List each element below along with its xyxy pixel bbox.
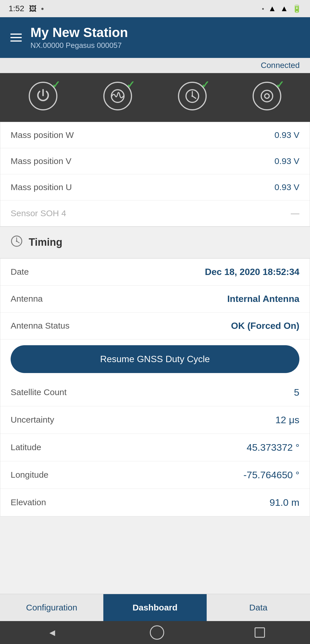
antenna-label: Antenna bbox=[11, 294, 43, 304]
android-home-button[interactable] bbox=[150, 625, 164, 640]
latitude-value: 45.373372 ° bbox=[247, 442, 299, 453]
dot-small: ● bbox=[262, 6, 264, 11]
connection-status-text: Connected bbox=[261, 61, 300, 70]
mass-position-u-label: Mass position U bbox=[11, 182, 72, 192]
elevation-row: Elevation 91.0 m bbox=[0, 489, 310, 516]
mass-position-v-row: Mass position V 0.93 V bbox=[0, 148, 310, 174]
svg-point-0 bbox=[111, 90, 124, 102]
date-label: Date bbox=[11, 267, 29, 277]
waveform-status-item: ✓ bbox=[103, 82, 132, 110]
nav-configuration[interactable]: Configuration bbox=[0, 594, 103, 621]
clock-status-item: ✓ bbox=[178, 82, 207, 110]
sensor-soh4-value: — bbox=[291, 208, 299, 218]
uncertainty-label: Uncertainty bbox=[11, 415, 54, 425]
bottom-spacer bbox=[0, 516, 310, 574]
waveform-icon-circle bbox=[103, 82, 132, 110]
mass-position-w-label: Mass position W bbox=[11, 130, 74, 140]
android-back-button[interactable] bbox=[45, 625, 59, 640]
uncertainty-row: Uncertainty 12 μs bbox=[0, 406, 310, 434]
longitude-label: Longitude bbox=[11, 470, 49, 480]
elevation-value: 91.0 m bbox=[270, 497, 299, 508]
station-subtitle: NX.00000 Pegasus 000057 bbox=[30, 41, 128, 50]
satellite-count-row: Satellite Count 5 bbox=[0, 379, 310, 406]
mass-position-u-value: 0.93 V bbox=[274, 182, 299, 192]
header-titles: My New Station NX.00000 Pegasus 000057 bbox=[30, 25, 128, 50]
gnss-status-item: ✓ bbox=[253, 82, 281, 110]
nav-data[interactable]: Data bbox=[207, 594, 310, 621]
mass-position-u-row: Mass position U 0.93 V bbox=[0, 174, 310, 200]
wifi-icon: ▲ bbox=[268, 4, 276, 13]
elevation-label: Elevation bbox=[11, 497, 46, 507]
svg-point-4 bbox=[191, 95, 193, 97]
app-header: My New Station NX.00000 Pegasus 000057 bbox=[0, 17, 310, 58]
time-display: 1:52 bbox=[9, 4, 24, 13]
uncertainty-value: 12 μs bbox=[275, 414, 299, 426]
sensor-soh4-label: Sensor SOH 4 bbox=[11, 208, 66, 218]
signal-icon: ▲ bbox=[280, 4, 288, 13]
antenna-status-label: Antenna Status bbox=[11, 321, 69, 331]
mass-position-w-value: 0.93 V bbox=[274, 130, 299, 140]
nav-dashboard[interactable]: Dashboard bbox=[103, 594, 207, 621]
status-time: 1:52 🖼 ● bbox=[9, 4, 44, 13]
bottom-nav: Configuration Dashboard Data bbox=[0, 594, 310, 621]
sensor-data-section: Mass position W 0.93 V Mass position V 0… bbox=[0, 122, 310, 227]
power-icon-circle bbox=[29, 82, 57, 110]
station-title: My New Station bbox=[30, 25, 128, 40]
date-row: Date Dec 18, 2020 18:52:34 bbox=[0, 259, 310, 286]
svg-point-10 bbox=[16, 240, 18, 242]
battery-icon: 🔋 bbox=[292, 4, 301, 13]
svg-point-5 bbox=[261, 90, 273, 102]
menu-button[interactable] bbox=[10, 34, 22, 42]
antenna-row: Antenna Internal Antenna bbox=[0, 286, 310, 313]
antenna-value: Internal Antenna bbox=[227, 294, 299, 304]
mass-position-v-label: Mass position V bbox=[11, 156, 71, 166]
android-nav-bar bbox=[0, 621, 310, 644]
satellite-count-label: Satellite Count bbox=[11, 387, 67, 397]
timing-section-title: Timing bbox=[29, 236, 62, 248]
svg-point-6 bbox=[265, 94, 269, 98]
mass-position-w-row: Mass position W 0.93 V bbox=[0, 122, 310, 148]
mass-position-v-value: 0.93 V bbox=[274, 156, 299, 166]
status-bar: 1:52 🖼 ● ● ▲ ▲ 🔋 bbox=[0, 0, 310, 17]
photo-icon: 🖼 bbox=[29, 4, 36, 13]
antenna-status-value: OK (Forced On) bbox=[231, 321, 299, 331]
icon-status-row: ✓ ✓ ✓ ✓ bbox=[0, 73, 310, 122]
resume-gnss-button[interactable]: Resume GNSS Duty Cycle bbox=[11, 345, 299, 373]
status-icons: ● ▲ ▲ 🔋 bbox=[262, 4, 301, 13]
timing-data-section: Date Dec 18, 2020 18:52:34 Antenna Inter… bbox=[0, 258, 310, 516]
clock-icon-circle bbox=[178, 82, 207, 110]
longitude-value: -75.764650 ° bbox=[243, 469, 299, 481]
latitude-row: Latitude 45.373372 ° bbox=[0, 434, 310, 461]
satellite-count-value: 5 bbox=[294, 387, 299, 398]
connection-status-bar: Connected bbox=[0, 58, 310, 73]
date-value: Dec 18, 2020 18:52:34 bbox=[205, 267, 299, 277]
timing-section-header: Timing bbox=[0, 227, 310, 258]
sensor-soh4-row: Sensor SOH 4 — bbox=[0, 200, 310, 226]
latitude-label: Latitude bbox=[11, 442, 41, 452]
longitude-row: Longitude -75.764650 ° bbox=[0, 461, 310, 489]
dot-indicator: ● bbox=[41, 6, 44, 12]
antenna-status-row: Antenna Status OK (Forced On) bbox=[0, 313, 310, 339]
android-recents-button[interactable] bbox=[255, 627, 265, 638]
power-status-item: ✓ bbox=[29, 82, 57, 110]
gnss-icon-circle bbox=[253, 82, 281, 110]
timing-clock-icon bbox=[10, 235, 23, 250]
